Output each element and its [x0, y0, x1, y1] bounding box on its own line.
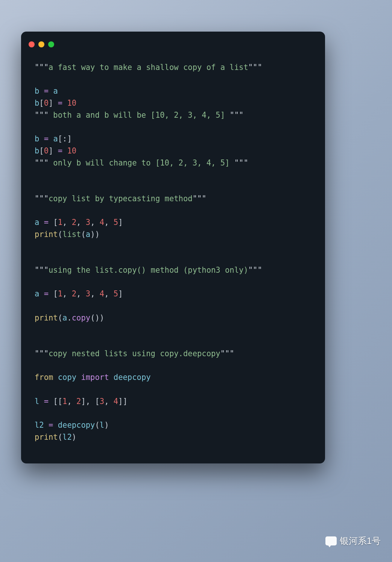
comma: , [62, 218, 72, 227]
number: 4 [100, 218, 104, 227]
number: 4 [100, 289, 104, 298]
paren: ( [95, 421, 99, 430]
bracket: ] [49, 99, 53, 108]
number: 2 [76, 397, 81, 406]
paren: ( [58, 313, 62, 322]
bracket: ] [123, 397, 128, 406]
docstring-quote: """ [35, 194, 49, 203]
docstring-quote: """ [220, 349, 234, 358]
docstring-text: copy nested lists using copy.deepcopy [49, 349, 220, 358]
number: 2 [72, 289, 76, 298]
docstring-quote: """ [35, 63, 49, 72]
bracket: ] [49, 146, 53, 155]
watermark-text: 银河系1号 [340, 535, 381, 547]
op-eq: = [39, 397, 53, 406]
var: l [100, 421, 104, 430]
comma: , [62, 289, 72, 298]
docstring-text: using the list.copy() method (python3 on… [49, 266, 248, 275]
name-deepcopy: deepcopy [114, 373, 151, 382]
number: 1 [62, 397, 67, 406]
watermark: 银河系1号 [325, 535, 381, 547]
paren: ( [58, 433, 62, 442]
docstring-quote: """ [193, 194, 207, 203]
number: 2 [72, 218, 76, 227]
number: 0 [44, 146, 49, 155]
paren: ) [95, 230, 99, 239]
bracket: [ [53, 218, 58, 227]
paren: ( [58, 230, 62, 239]
zoom-icon[interactable] [48, 41, 54, 47]
number: 0 [44, 99, 49, 108]
comma: , [86, 397, 95, 406]
docstring-text: a fast way to make a shallow copy of a l… [49, 63, 248, 72]
var: a [62, 313, 67, 322]
comma: , [76, 218, 86, 227]
paren: ) [72, 433, 76, 442]
op-eq: = [53, 146, 67, 155]
paren: ( [81, 230, 85, 239]
bracket: ] [81, 397, 85, 406]
paren: ) [100, 313, 104, 322]
op-eq: = [53, 99, 67, 108]
close-icon[interactable] [29, 41, 35, 47]
docstring-quote: """ [234, 158, 248, 167]
number: 1 [58, 218, 62, 227]
var: b [35, 146, 39, 155]
docstring-quote: """ [35, 111, 49, 120]
bracket: [ [39, 99, 44, 108]
paren: ) [104, 421, 109, 430]
var: b [35, 134, 39, 143]
space [53, 373, 58, 382]
docstring-quote: """ [248, 63, 262, 72]
number: 1 [58, 289, 62, 298]
op-eq: = [39, 289, 53, 298]
comma: , [90, 218, 100, 227]
docstring-quote: """ [35, 266, 49, 275]
docstring-text: only b will change to [10, 2, 3, 4, 5] [49, 158, 234, 167]
var: b [35, 87, 39, 96]
var: b [35, 99, 39, 108]
number: 5 [114, 218, 118, 227]
method-copy: copy [72, 313, 90, 322]
op-eq: = [44, 421, 58, 430]
kw-import: import [81, 373, 109, 382]
bracket: [ [95, 397, 99, 406]
paren: ) [90, 230, 95, 239]
paren: ( [90, 313, 95, 322]
space [76, 373, 81, 382]
var: l [35, 397, 39, 406]
code-window: """a fast way to make a shallow copy of … [21, 32, 325, 463]
var: l2 [35, 421, 44, 430]
fn-print: print [35, 230, 58, 239]
op-eq: = [39, 218, 53, 227]
comma: , [104, 397, 114, 406]
number: 5 [114, 289, 118, 298]
op-eq: = [39, 87, 53, 96]
number: 3 [86, 289, 90, 298]
docstring-quote: """ [248, 266, 262, 275]
code-block: """a fast way to make a shallow copy of … [21, 50, 325, 455]
docstring-text: both a and b will be [10, 2, 3, 4, 5] [49, 111, 229, 120]
slice: [:] [58, 134, 72, 143]
fn-deepcopy: deepcopy [58, 421, 95, 430]
bracket: ] [118, 289, 123, 298]
titlebar [21, 32, 325, 50]
dot: . [67, 313, 71, 322]
op-eq: = [39, 134, 53, 143]
number: 4 [114, 397, 118, 406]
fn-print: print [35, 433, 58, 442]
fn-print: print [35, 313, 58, 322]
builtin-list: list [62, 230, 81, 239]
var: a [35, 218, 39, 227]
space [109, 373, 114, 382]
var: a [86, 230, 90, 239]
docstring-quote: """ [35, 349, 49, 358]
var: l2 [62, 433, 72, 442]
var: a [53, 87, 58, 96]
number: 10 [67, 99, 76, 108]
bracket: ] [118, 218, 123, 227]
minimize-icon[interactable] [38, 41, 44, 47]
comma: , [104, 218, 114, 227]
comma: , [67, 397, 76, 406]
number: 10 [67, 146, 76, 155]
